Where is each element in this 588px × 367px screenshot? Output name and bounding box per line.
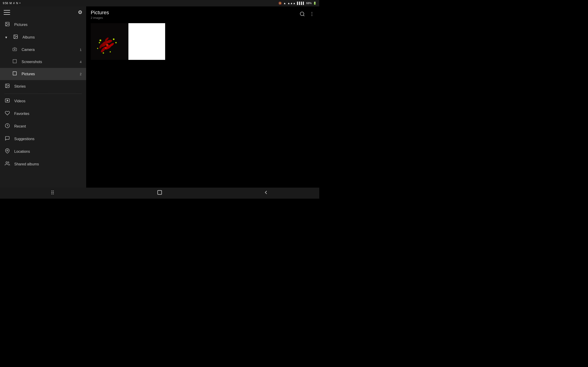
svg-point-14 [312,12,312,13]
shared-albums-icon [5,161,10,167]
recent-label: Recent [14,124,82,128]
page-title: Pictures [91,10,109,16]
suggestions-icon [5,136,10,142]
signal-icon: ▌▌▌▌ [297,2,305,5]
status-bar: 9:56 M # N • 🔕 ▲ ▲▲▲ ▌▌▌▌ 68% 🔋 [0,0,319,6]
svg-point-32 [106,44,108,46]
sidebar-item-favorites[interactable]: Favorites [0,107,86,120]
dot-icon: • [19,2,20,5]
svg-point-1 [6,23,7,24]
content-title: Pictures 2 images [91,10,109,19]
albums-label: Albums [23,35,82,40]
svg-point-4 [14,49,15,50]
battery-icon: 🔋 [313,2,317,5]
locations-icon [5,148,10,155]
mail-icon: M [9,2,12,5]
sidebar-item-pictures-album[interactable]: Pictures 2 [0,68,86,80]
images-grid [86,21,319,62]
image-thumbnail-1[interactable] [91,23,128,60]
image-thumbnail-2[interactable] [128,23,165,60]
camera-count: 1 [80,48,82,52]
settings-icon[interactable]: ⚙ [78,9,82,15]
pictures-folder-icon [12,71,17,77]
svg-point-6 [6,85,7,85]
stories-icon [5,83,10,90]
status-left: 9:56 M # N • [3,2,20,5]
svg-point-12 [300,12,304,16]
svg-point-11 [6,162,8,163]
sidebar-item-recent[interactable]: Recent [0,120,86,133]
locations-label: Locations [14,150,82,154]
svg-point-15 [312,14,312,14]
images-count: 2 images [91,16,109,19]
camera-label: Camera [22,48,76,52]
status-time: 9:56 [3,2,8,5]
svg-line-13 [303,15,304,16]
recents-button[interactable] [46,188,61,199]
pictures-icon [5,22,10,28]
svg-point-31 [97,48,98,49]
camera-folder-icon [12,47,17,52]
favorites-label: Favorites [14,112,82,116]
sidebar-item-locations[interactable]: Locations [0,145,86,158]
screenshots-label: Screenshots [22,60,76,64]
pictures-album-label: Pictures [22,72,76,76]
chevron-down-icon: ▼ [5,35,8,39]
videos-icon [5,98,10,104]
search-icon[interactable] [300,11,305,18]
sidebar-item-suggestions[interactable]: Suggestions [0,133,86,145]
pictures-label: Pictures [14,23,82,27]
content-area: Pictures 2 images [86,6,319,188]
svg-marker-8 [7,100,8,101]
location-icon: ▲ [283,2,286,5]
sidebar-item-shared-albums[interactable]: Shared albums [0,158,86,170]
svg-rect-40 [157,190,162,194]
hash-icon: # [13,2,15,5]
bottom-nav [0,188,319,199]
status-right: 🔕 ▲ ▲▲▲ ▌▌▌▌ 68% 🔋 [278,2,317,5]
svg-point-3 [15,35,15,36]
header-actions [300,11,315,18]
svg-point-16 [312,15,312,16]
sidebar-item-videos[interactable]: Videos [0,95,86,107]
svg-point-10 [7,150,8,151]
videos-label: Videos [14,99,82,103]
screenshots-count: 4 [80,60,82,64]
netflix-icon: N [16,2,18,5]
wifi-icon: ▲▲▲ [287,2,296,5]
svg-point-33 [105,47,107,49]
svg-point-27 [113,39,115,40]
svg-point-26 [99,42,100,43]
recent-icon [5,123,10,129]
content-header: Pictures 2 images [86,6,319,21]
shared-albums-label: Shared albums [14,162,82,166]
sidebar-item-albums[interactable]: ▼ Albums [0,31,86,44]
sidebar-nav: Pictures ▼ Albums [0,18,86,188]
stories-label: Stories [14,84,82,89]
svg-point-28 [115,42,117,43]
battery-level: 68% [306,2,312,5]
sidebar-item-pictures[interactable]: Pictures [0,18,86,31]
sidebar-item-stories[interactable]: Stories [0,80,86,93]
favorites-icon [5,110,10,117]
white-image [128,23,165,60]
nav-divider [5,94,82,94]
svg-point-29 [103,52,104,54]
app-container: ⚙ Pictures ▼ [0,6,319,188]
sidebar-item-camera[interactable]: Camera 1 [0,44,86,56]
svg-point-30 [110,51,111,52]
albums-icon [13,34,18,40]
screenshots-folder-icon [12,59,17,65]
svg-point-25 [99,40,101,41]
back-button[interactable] [258,188,274,199]
suggestions-label: Suggestions [14,137,82,141]
sidebar: ⚙ Pictures ▼ [0,6,86,188]
pictures-album-count: 2 [80,72,82,76]
home-button[interactable] [152,188,167,199]
sidebar-header: ⚙ [0,6,86,18]
hamburger-menu[interactable] [4,10,10,15]
sidebar-item-screenshots[interactable]: Screenshots 4 [0,56,86,68]
more-options-icon[interactable] [309,11,315,18]
mute-icon: 🔕 [278,2,282,5]
